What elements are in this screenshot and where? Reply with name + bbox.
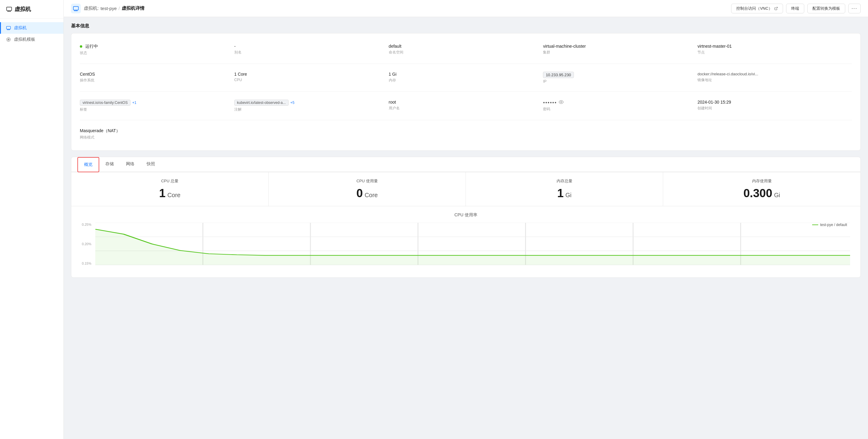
annotation-count: +5 <box>290 100 295 105</box>
cpu-label: CPU <box>234 78 389 82</box>
template-nav-icon <box>6 37 11 42</box>
svg-point-9 <box>7 38 10 41</box>
username-cell: root 用户名 <box>389 97 543 115</box>
node-cell: virtnest-master-01 节点 <box>698 41 852 59</box>
stat-mem-usage-num: 0.300 <box>743 187 772 200</box>
stat-mem-total: 内存总量 1 Gi <box>466 172 663 206</box>
cluster-cell: virtual-machine-cluster 集群 <box>543 41 698 59</box>
created-at-cell: 2024-01-30 15:29 创建时间 <box>698 97 852 115</box>
breadcrumb-separator: / <box>119 6 120 11</box>
sidebar-nav: 虚拟机 虚拟机模板 <box>0 19 63 49</box>
svg-point-15 <box>561 101 562 103</box>
eye-icon[interactable] <box>559 100 564 106</box>
svg-rect-4 <box>6 26 10 29</box>
info-card: 运行中 状态 - 别名 default 命名空间 virtual-machine… <box>71 33 861 151</box>
stat-cpu-usage-unit: Core <box>365 192 377 199</box>
annotation-badge: kubevirt.io/latest-observed-a... <box>234 100 289 106</box>
stat-mem-total-unit: Gi <box>565 192 571 199</box>
node-label: 节点 <box>698 50 852 55</box>
tab-overview[interactable]: 概览 <box>78 157 99 172</box>
stat-mem-usage: 内存使用量 0.300 Gi <box>663 172 860 206</box>
chart-y-label-0: 0.25% <box>82 223 91 226</box>
tag-cell: virtnest.io/os-family:CentOS +1 标签 <box>80 97 234 115</box>
chart-title: CPU 使用率 <box>79 212 853 218</box>
network-mode-value: Masquerade（NAT） <box>80 128 234 134</box>
breadcrumb-parent: 虚拟机: <box>84 5 99 11</box>
section-title: 基本信息 <box>71 23 861 29</box>
topbar-icon-svg <box>73 5 79 11</box>
stat-cpu-total: CPU 总量 1 Core <box>71 172 269 206</box>
topbar: 虚拟机: test-pye / 虚拟机详情 控制台访问（VNC） 终端 配置转换… <box>64 0 868 17</box>
ip-badge: 10.233.95.230 <box>543 72 574 78</box>
created-at-value: 2024-01-30 15:29 <box>698 100 852 105</box>
breadcrumb: 虚拟机: test-pye / 虚拟机详情 <box>84 5 145 11</box>
vnc-button-label: 控制台访问（VNC） <box>736 6 772 11</box>
ip-cell: 10.233.95.230 IP <box>543 69 698 87</box>
stats-row: CPU 总量 1 Core CPU 使用量 0 Core 内存总量 <box>71 172 860 206</box>
stat-cpu-total-num: 1 <box>159 187 165 200</box>
more-button-label: ··· <box>851 6 857 11</box>
annotation-label: 注解 <box>234 107 389 112</box>
chart-y-label-1: 0.20% <box>82 242 91 246</box>
password-label: 密码 <box>543 107 698 112</box>
stat-cpu-usage-num: 0 <box>356 187 363 200</box>
svg-point-8 <box>8 39 9 40</box>
chart-y-labels: 0.25% 0.20% 0.15% <box>79 223 94 265</box>
chart-legend-label: test-pye / default <box>820 223 847 227</box>
stat-cpu-usage: CPU 使用量 0 Core <box>269 172 466 206</box>
cpu-cell: 1 Core CPU <box>234 69 389 87</box>
svg-line-14 <box>776 7 778 9</box>
stat-cpu-total-unit: Core <box>167 192 180 199</box>
namespace-value: default <box>389 44 543 49</box>
tab-storage[interactable]: 存储 <box>99 157 120 172</box>
topbar-left: 虚拟机: test-pye / 虚拟机详情 <box>71 4 145 13</box>
topbar-vm-icon <box>71 4 81 13</box>
svg-rect-10 <box>73 6 79 10</box>
password-cell: •••••• 密码 <box>543 97 698 115</box>
vm-icon <box>6 6 12 12</box>
image-cell: docker://release-ci.daocloud.io/vi... 镜像… <box>698 69 852 87</box>
tabs-header: 概览 存储 网络 快照 <box>71 157 860 172</box>
tab-storage-label: 存储 <box>105 161 114 166</box>
more-button[interactable]: ··· <box>848 4 861 13</box>
ip-value: 10.233.95.230 <box>543 72 698 78</box>
stat-cpu-usage-title: CPU 使用量 <box>276 178 458 184</box>
vnc-button[interactable]: 控制台访问（VNC） <box>731 4 783 13</box>
sidebar-title: 虚拟机 <box>14 5 31 13</box>
password-value: •••••• <box>543 100 698 106</box>
sidebar-item-vm-label: 虚拟机 <box>14 25 27 31</box>
chart-container: 0.25% 0.20% 0.15% test-pye / default <box>79 223 853 271</box>
tabs-container: 概览 存储 网络 快照 CPU 总量 1 Core <box>71 157 861 278</box>
tag-value: virtnest.io/os-family:CentOS +1 <box>80 100 234 106</box>
alias-value: - <box>234 44 389 49</box>
external-link-icon <box>774 7 778 10</box>
username-value: root <box>389 100 543 105</box>
convert-button[interactable]: 配置转换为模板 <box>807 4 845 13</box>
network-mode-cell: Masquerade（NAT） 网络模式 <box>80 125 234 143</box>
tab-snapshot-label: 快照 <box>147 161 155 166</box>
node-value: virtnest-master-01 <box>698 44 852 49</box>
tab-network[interactable]: 网络 <box>120 157 141 172</box>
tag-badge: virtnest.io/os-family:CentOS <box>80 100 130 106</box>
network-mode-label: 网络模式 <box>80 135 234 140</box>
terminal-button[interactable]: 终端 <box>786 4 804 13</box>
status-value: 运行中 <box>80 44 234 49</box>
chart-y-label-2: 0.15% <box>82 262 91 265</box>
breadcrumb-vm-name: test-pye <box>100 6 117 11</box>
sidebar-item-vm[interactable]: 虚拟机 <box>0 22 63 34</box>
stat-cpu-total-value: 1 Core <box>79 187 261 200</box>
status-text: 运行中 <box>85 44 98 49</box>
os-label: 操作系统 <box>80 78 234 83</box>
sidebar-item-vm-template[interactable]: 虚拟机模板 <box>0 34 63 45</box>
os-cell: CentOS 操作系统 <box>80 69 234 87</box>
password-dots: •••••• <box>543 100 557 106</box>
os-value: CentOS <box>80 72 234 77</box>
memory-value: 1 Gi <box>389 72 543 77</box>
tab-snapshot[interactable]: 快照 <box>141 157 161 172</box>
sidebar-header: 虚拟机 <box>0 0 63 19</box>
chart-area: CPU 使用率 0.25% 0.20% 0.15% test-pye / def… <box>71 206 860 277</box>
stat-mem-total-value: 1 Gi <box>473 187 656 200</box>
chart-svg-area: test-pye / default <box>95 223 850 265</box>
username-label: 用户名 <box>389 106 543 111</box>
status-label: 状态 <box>80 51 234 56</box>
